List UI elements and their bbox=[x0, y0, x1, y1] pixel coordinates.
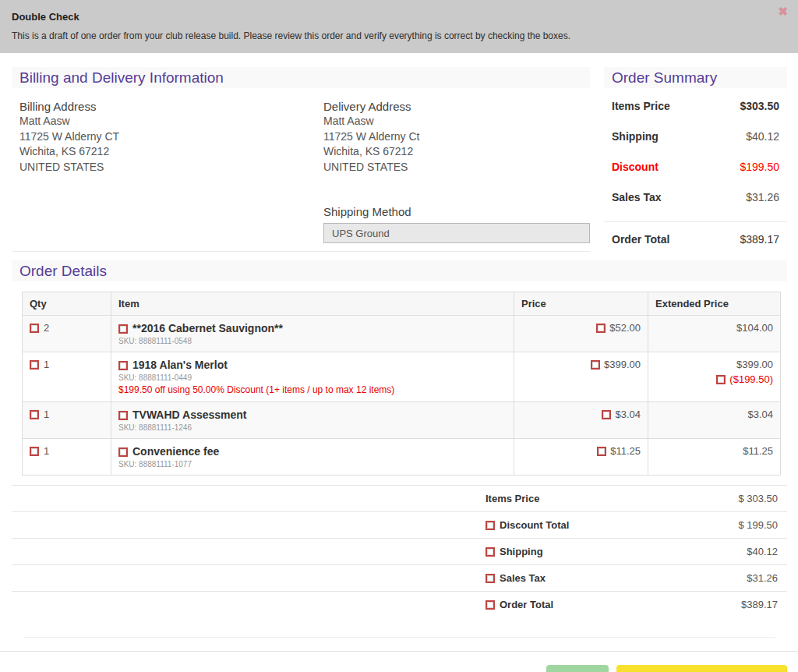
total-value: $40.12 bbox=[747, 546, 778, 557]
order-total-checkbox[interactable] bbox=[486, 600, 495, 610]
delivery-address-block: Delivery Address Matt Aasw 11725 W Alder… bbox=[323, 99, 590, 243]
order-details-table: Qty Item Price Extended Price 2 **2016 C… bbox=[22, 292, 781, 476]
total-value: $31.26 bbox=[747, 572, 778, 584]
qty-value: 2 bbox=[44, 322, 49, 334]
delivery-address-line: 11725 W Alderny Ct bbox=[323, 129, 590, 145]
extended-price-value: $399.00 bbox=[655, 359, 773, 370]
column-header-price: Price bbox=[514, 292, 648, 316]
delivery-address-line: UNITED STATES bbox=[323, 160, 590, 175]
extended-discount-value: ($199.50) bbox=[729, 373, 773, 385]
billing-address-line: 11725 W Alderny CT bbox=[19, 129, 323, 145]
total-label: Sales Tax bbox=[500, 572, 546, 584]
item-sku: SKU: 88881111-1077 bbox=[118, 460, 507, 469]
extended-price-value: $11.25 bbox=[648, 439, 781, 476]
total-row-discount-total: Discount Total $ 199.50 bbox=[12, 511, 787, 538]
table-row: 1 TVWAHD Assessment SKU: 88881111-1246 $… bbox=[23, 402, 781, 439]
column-header-extended-price: Extended Price bbox=[648, 292, 781, 316]
item-checkbox[interactable] bbox=[118, 411, 128, 420]
total-row-order-total: Order Total $389.17 bbox=[12, 591, 787, 617]
modal-body: Billing and Delivery Information Billing… bbox=[0, 53, 798, 638]
qty-value: 1 bbox=[44, 359, 49, 370]
item-name: Convenience fee bbox=[132, 445, 219, 458]
table-row: 2 **2016 Cabernet Sauvignon** SKU: 88881… bbox=[23, 316, 781, 352]
price-value: $11.25 bbox=[610, 445, 641, 457]
total-value: $ 303.50 bbox=[738, 493, 778, 504]
item-discount-note: $199.50 off using 50.00% Discount (1+ it… bbox=[118, 384, 507, 395]
shipping-method-label: Shipping Method bbox=[323, 204, 590, 220]
billing-address-line: UNITED STATES bbox=[19, 160, 323, 175]
total-row-shipping: Shipping $40.12 bbox=[12, 538, 787, 564]
item-checkbox[interactable] bbox=[118, 361, 128, 370]
item-sku: SKU: 88881111-0449 bbox=[118, 373, 507, 382]
item-name: TVWAHD Assessment bbox=[132, 409, 247, 421]
item-name: 1918 Alan's Merlot bbox=[132, 359, 228, 371]
total-row-sales-tax: Sales Tax $31.26 bbox=[12, 564, 787, 591]
order-summary-section: Order Summary Items Price $303.50 Shippi… bbox=[604, 67, 787, 252]
summary-row-shipping: Shipping $40.12 bbox=[612, 130, 779, 143]
price-value: $399.00 bbox=[604, 359, 641, 370]
total-label: Discount Total bbox=[500, 519, 569, 531]
qty-value: 1 bbox=[44, 409, 49, 420]
shipping-method-block: Shipping Method UPS Ground bbox=[323, 204, 590, 243]
order-summary-heading: Order Summary bbox=[604, 67, 787, 88]
summary-value: $389.17 bbox=[740, 233, 779, 246]
summary-row-order-total: Order Total $389.17 bbox=[604, 233, 787, 246]
billing-address-line: Matt Aasw bbox=[19, 114, 323, 129]
delivery-address-line: Matt Aasw bbox=[323, 114, 590, 129]
discount-total-checkbox[interactable] bbox=[486, 521, 495, 530]
summary-value: $31.26 bbox=[746, 191, 779, 204]
price-checkbox[interactable] bbox=[591, 360, 600, 370]
billing-address-line: Wichita, KS 67212 bbox=[19, 144, 323, 160]
price-value: $52.00 bbox=[609, 322, 641, 334]
price-checkbox[interactable] bbox=[596, 324, 606, 333]
qty-value: 1 bbox=[44, 445, 49, 457]
billing-delivery-heading: Billing and Delivery Information bbox=[12, 67, 590, 88]
modal-footer: Proceed This is not correct. Let's start… bbox=[0, 651, 798, 672]
proceed-button[interactable]: Proceed bbox=[546, 665, 609, 672]
order-details-heading: Order Details bbox=[12, 260, 787, 281]
qty-checkbox[interactable] bbox=[30, 447, 39, 456]
summary-label: Sales Tax bbox=[612, 191, 662, 204]
summary-label: Shipping bbox=[612, 130, 659, 143]
item-checkbox[interactable] bbox=[118, 447, 128, 457]
billing-address-block: Billing Address Matt Aasw 11725 W Aldern… bbox=[19, 99, 323, 243]
summary-row-items-price: Items Price $303.50 bbox=[612, 100, 779, 113]
qty-checkbox[interactable] bbox=[30, 410, 39, 419]
total-value: $ 199.50 bbox=[738, 519, 778, 531]
price-checkbox[interactable] bbox=[597, 447, 606, 456]
close-icon[interactable]: ✖ bbox=[778, 5, 788, 17]
billing-address-label: Billing Address bbox=[19, 99, 323, 114]
extended-price-value: $3.04 bbox=[648, 402, 781, 439]
qty-checkbox[interactable] bbox=[30, 360, 39, 370]
table-row: 1 Convenience fee SKU: 88881111-1077 $11… bbox=[23, 439, 781, 476]
item-name: **2016 Cabernet Sauvignon** bbox=[132, 322, 283, 334]
delivery-address-label: Delivery Address bbox=[323, 99, 590, 114]
item-sku: SKU: 88881111-0548 bbox=[118, 337, 507, 345]
summary-divider bbox=[604, 221, 787, 222]
table-header-row: Qty Item Price Extended Price bbox=[23, 292, 781, 316]
total-row-items-price: Items Price $ 303.50 bbox=[12, 485, 787, 511]
item-sku: SKU: 88881111-1246 bbox=[118, 423, 507, 432]
price-value: $3.04 bbox=[615, 409, 641, 420]
modal-subtitle: This is a draft of one order from your c… bbox=[12, 30, 786, 41]
modal-title: Double Check bbox=[12, 11, 786, 23]
price-checkbox[interactable] bbox=[602, 410, 611, 419]
shipping-method-input[interactable]: UPS Ground bbox=[323, 223, 590, 243]
delivery-address-line: Wichita, KS 67212 bbox=[323, 144, 590, 160]
total-label: Items Price bbox=[486, 493, 539, 504]
total-value: $389.17 bbox=[741, 599, 778, 610]
billing-delivery-section: Billing and Delivery Information Billing… bbox=[12, 67, 590, 252]
order-totals: Items Price $ 303.50 Discount Total $ 19… bbox=[12, 485, 787, 617]
total-label: Order Total bbox=[500, 599, 553, 610]
qty-checkbox[interactable] bbox=[30, 324, 39, 333]
item-checkbox[interactable] bbox=[118, 324, 128, 334]
shipping-checkbox[interactable] bbox=[486, 547, 495, 557]
sales-tax-checkbox[interactable] bbox=[486, 574, 495, 583]
start-over-button[interactable]: This is not correct. Let's start over bbox=[616, 665, 787, 672]
summary-value: $303.50 bbox=[740, 100, 779, 113]
summary-label: Items Price bbox=[612, 100, 670, 113]
table-row: 1 1918 Alan's Merlot SKU: 88881111-0449 … bbox=[23, 352, 781, 402]
extended-discount-checkbox[interactable] bbox=[716, 375, 726, 384]
column-header-qty: Qty bbox=[23, 292, 111, 316]
content-divider bbox=[23, 637, 775, 638]
